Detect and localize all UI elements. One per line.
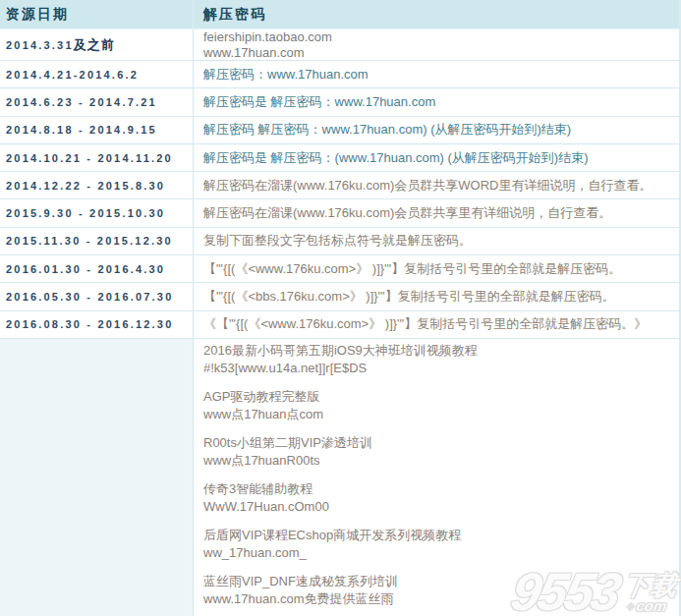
date-cell: 2015.11.30 - 2015.12.30 [0, 228, 193, 254]
password-cell: 解压密码在溜课(www.176ku.com)会员群共享WORD里有详细说明，自行… [193, 172, 679, 198]
table-row: 2015.11.30 - 2015.12.30 复制下面整段文字包括标点符号就是… [0, 228, 679, 255]
date-cell: 2016.01.30 - 2016.4.30 [0, 255, 193, 282]
password-line: 解压密码在溜课(www.176ku.com)会员群共享里有详细说明，自行查看。 [203, 205, 679, 221]
date-value: 2014.12.22 - 2015.8.30 [6, 180, 165, 192]
table-row: 2015.9.30 - 2015.10.30 解压密码在溜课(www.176ku… [0, 199, 679, 227]
table-row: 2016.08.30 - 2016.12.30 《【"'{[(《<www.176… [0, 311, 679, 339]
table-row: 2014.8.18 - 2014.9.15 解压密码 解压密码：www.17hu… [0, 117, 679, 144]
password-cell: 解压密码是 解压密码：(www.17huan.com) (从解压密码开始到)结束… [193, 144, 679, 171]
password-cell: 【"'{[(《<www.176ku.com>》 )]}'"】复制括号引号里的全部… [193, 255, 679, 282]
date-cell: 2014.4.21-2014.6.2 [0, 61, 193, 87]
date-value: 2014.4.21-2014.6.2 [6, 69, 139, 81]
password-line: 解压密码是 解压密码：www.17huan.com [203, 94, 679, 110]
date-value: 2015.9.30 - 2015.10.30 [6, 207, 165, 219]
table-row: 2014.10.21 - 2014.11.20 解压密码是 解压密码：(www.… [0, 144, 679, 172]
date-value: 2014.6.23 - 2014.7.21 [6, 96, 157, 108]
footer-group: R00ts小组第二期VIP渗透培训 www点17huanR00ts [203, 434, 679, 470]
date-cell: 2014.8.18 - 2014.9.15 [0, 117, 193, 143]
password-line: 【"'{[(《<www.176ku.com>》 )]}'"】复制括号引号里的全部… [203, 261, 679, 277]
table-row: 2014.6.23 - 2014.7.21 解压密码是 解压密码：www.17h… [0, 88, 679, 116]
date-value: 2014.10.21 - 2014.11.20 [6, 152, 173, 164]
date-value: 2014.8.18 - 2014.9.15 [6, 124, 157, 136]
password-line: feiershipin.taobao.com [203, 29, 679, 45]
password-line: 解压密码 解压密码：www.17huan.com) (从解压密码开始到)结束) [203, 122, 679, 138]
date-cell: 2014.3.31及之前 [0, 29, 193, 60]
date-value: 2014.3.31 [6, 39, 74, 51]
footer-line: 2016最新小码哥第五期iOS9大神班培训视频教程 [203, 342, 679, 360]
date-value: 2016.05.30 - 2016.07.30 [6, 291, 173, 303]
date-value: 2016.08.30 - 2016.12.30 [6, 318, 173, 330]
footer-group: 蓝丝雨VIP_DNF速成秘笈系列培训 www.17huan.com免费提供蓝丝雨 [203, 573, 679, 608]
date-cell: 2014.10.21 - 2014.11.20 [0, 144, 193, 171]
table-row: 2016.05.30 - 2016.07.30 【"'{[(《<bbs.176k… [0, 283, 679, 310]
date-suffix: 及之前 [74, 36, 115, 54]
password-line: 复制下面整段文字包括标点符号就是解压密码。 [203, 233, 679, 249]
date-cell: 2016.05.30 - 2016.07.30 [0, 283, 193, 309]
date-cell: 2014.12.22 - 2015.8.30 [0, 172, 193, 198]
footer-line: AGP驱动教程完整版 [203, 388, 679, 406]
table-row: 2014.12.22 - 2015.8.30 解压密码在溜课(www.176ku… [0, 172, 679, 199]
footer-line: 后盾网VIP课程ECshop商城开发系列视频教程 [203, 527, 679, 544]
password-line: 《【"'{[(《<www.176ku.com>》 )]}'"】复制括号引号里的全… [203, 316, 679, 332]
date-cell: 2014.6.23 - 2014.7.21 [0, 88, 193, 115]
date-cell: 2016.08.30 - 2016.12.30 [0, 311, 193, 338]
footer-line: 传奇3智能辅助教程 [203, 480, 679, 498]
password-line: www.17huan.com [203, 45, 679, 61]
footer-line: www.17huan.com免费提供蓝丝雨 [203, 590, 679, 608]
footer-line: 蓝丝雨VIP_DNF速成秘笈系列培训 [203, 573, 679, 590]
table-row: 2014.3.31及之前 feiershipin.taobao.com www.… [0, 29, 679, 61]
password-cell: 解压密码 解压密码：www.17huan.com) (从解压密码开始到)结束) [193, 117, 679, 143]
footer-group: 传奇3智能辅助教程 WwW.17Huan.cOm00 [203, 480, 679, 516]
date-value: 2016.01.30 - 2016.4.30 [6, 263, 165, 275]
date-value: 2015.11.30 - 2015.12.30 [6, 235, 173, 247]
password-cell: 解压密码：www.17huan.com [193, 61, 679, 87]
footer-line: R00ts小组第二期VIP渗透培训 [203, 434, 679, 452]
password-cell: feiershipin.taobao.com www.17huan.com [193, 29, 679, 60]
footer-line: www点17huanR00ts [203, 452, 679, 470]
footer-password-cell: 2016最新小码哥第五期iOS9大神班培训视频教程 #!k53[www.u14a… [193, 339, 679, 616]
header-cell-date: 资源日期 [0, 6, 193, 24]
footer-line: ww_17huan.com_ [203, 544, 679, 562]
table-row: 2014.4.21-2014.6.2 解压密码：www.17huan.com [0, 61, 679, 88]
table-header: 资源日期 解压密码 [0, 0, 679, 29]
password-cell: 复制下面整段文字包括标点符号就是解压密码。 [193, 228, 679, 254]
footer-row: 2016最新小码哥第五期iOS9大神班培训视频教程 #!k53[www.u14a… [0, 339, 679, 616]
password-cell: 《【"'{[(《<www.176ku.com>》 )]}'"】复制括号引号里的全… [193, 311, 679, 338]
header-cell-password: 解压密码 [193, 0, 679, 28]
footer-date-cell [0, 339, 193, 616]
password-line: 【"'{[(《<bbs.176ku.com>》 )]}'"】复制括号引号里的全部… [203, 289, 679, 305]
password-table: 资源日期 解压密码 2014.3.31及之前 feiershipin.taoba… [0, 0, 681, 616]
footer-line: www点17huan点com [203, 406, 679, 423]
footer-group: 2016最新小码哥第五期iOS9大神班培训视频教程 #!k53[www.u14a… [203, 342, 679, 377]
footer-line: #!k53[www.u14a.net]]r[E$DS [203, 360, 679, 377]
footer-group: AGP驱动教程完整版 www点17huan点com [203, 388, 679, 423]
table-row: 2016.01.30 - 2016.4.30 【"'{[(《<www.176ku… [0, 255, 679, 283]
password-cell: 解压密码在溜课(www.176ku.com)会员群共享里有详细说明，自行查看。 [193, 199, 679, 226]
footer-line: WwW.17Huan.cOm00 [203, 498, 679, 516]
password-cell: 解压密码是 解压密码：www.17huan.com [193, 88, 679, 115]
date-cell: 2015.9.30 - 2015.10.30 [0, 199, 193, 226]
password-line: 解压密码是 解压密码：(www.17huan.com) (从解压密码开始到)结束… [203, 150, 679, 166]
password-line: 解压密码：www.17huan.com [203, 67, 679, 83]
footer-group: 后盾网VIP课程ECshop商城开发系列视频教程 ww_17huan.com_ [203, 527, 679, 562]
password-cell: 【"'{[(《<bbs.176ku.com>》 )]}'"】复制括号引号里的全部… [193, 283, 679, 309]
password-line: 解压密码在溜课(www.176ku.com)会员群共享WORD里有详细说明，自行… [203, 178, 679, 194]
